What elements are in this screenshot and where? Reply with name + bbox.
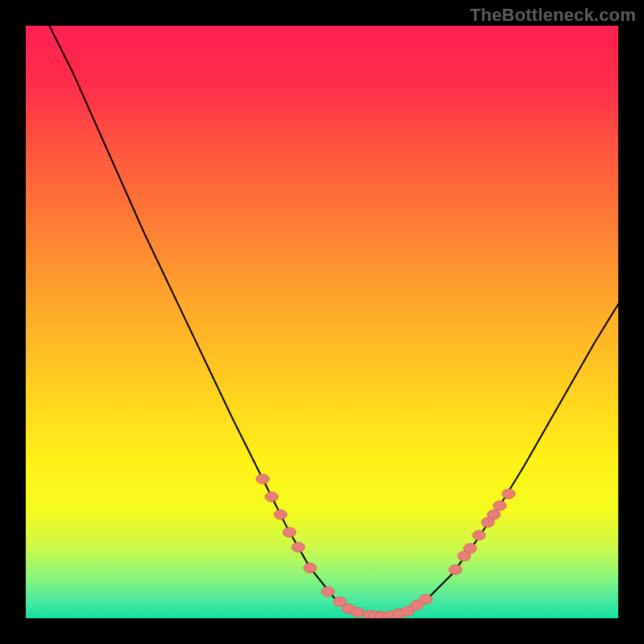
data-marker [283, 527, 296, 537]
data-marker [265, 492, 278, 502]
bottleneck-curve [49, 26, 618, 617]
data-marker [256, 474, 269, 484]
data-markers [256, 474, 514, 618]
data-marker [449, 565, 462, 575]
data-marker [292, 543, 305, 552]
data-marker [473, 530, 485, 540]
data-marker [502, 489, 515, 498]
data-marker [351, 608, 364, 617]
data-marker [464, 543, 477, 553]
curve-layer [26, 26, 618, 618]
watermark-text: TheBottleneck.com [470, 5, 636, 26]
chart-frame: TheBottleneck.com [0, 0, 644, 644]
plot-area [26, 26, 618, 618]
data-marker [419, 594, 432, 604]
data-marker [303, 563, 316, 572]
data-marker [493, 501, 506, 510]
data-marker [487, 510, 500, 519]
data-marker [274, 510, 287, 519]
data-marker [321, 587, 334, 597]
